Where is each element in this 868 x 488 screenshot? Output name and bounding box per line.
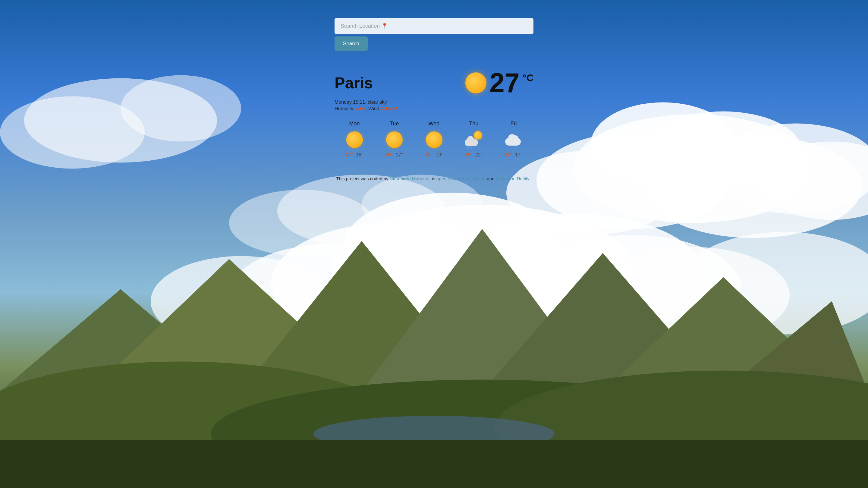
svg-point-33 xyxy=(494,371,868,485)
forecast-high: 31° xyxy=(425,152,433,158)
sun-icon xyxy=(426,131,442,148)
svg-point-6 xyxy=(711,124,868,214)
footer-text-end: . xyxy=(531,176,532,181)
forecast-temps: 27° 16° xyxy=(346,152,363,158)
footer: This project was coded by Ntombizile Mab… xyxy=(335,176,533,181)
forecast-day-fri: Fri 27° 17° xyxy=(494,121,533,158)
svg-marker-25 xyxy=(90,259,374,392)
forecast-day-name: Fri xyxy=(510,121,517,127)
svg-point-3 xyxy=(645,135,862,238)
svg-point-31 xyxy=(0,362,392,482)
forecast-temps: 31° 19° xyxy=(425,152,443,158)
forecast-icon xyxy=(465,130,483,149)
temperature-display: 27 °C xyxy=(465,69,533,96)
forecast-low: 17° xyxy=(396,152,403,158)
forecast-icon xyxy=(345,130,364,149)
footer-author-link[interactable]: Ntombizile Mabuso xyxy=(390,176,428,181)
divider-top xyxy=(335,60,533,60)
wind-value: 3.6km/h xyxy=(382,106,400,111)
svg-point-5 xyxy=(645,112,802,190)
svg-point-2 xyxy=(536,133,730,229)
temperature-unit: °C xyxy=(523,72,533,84)
current-weather-icon xyxy=(465,72,487,93)
search-input[interactable] xyxy=(335,18,533,34)
forecast-high: 27° xyxy=(505,152,512,158)
svg-point-21 xyxy=(597,247,789,344)
footer-text-before: This project was coded by xyxy=(336,176,390,181)
svg-marker-28 xyxy=(482,253,723,392)
svg-marker-26 xyxy=(241,241,482,392)
svg-point-20 xyxy=(229,244,434,347)
forecast-icon xyxy=(385,130,403,149)
forecast-low: 16° xyxy=(356,152,363,158)
forecast-day-name: Tue xyxy=(390,121,399,127)
weather-details: Monday 15:11, clear sky Humidity: 46%, W… xyxy=(335,99,533,112)
svg-point-23 xyxy=(681,232,868,335)
svg-point-15 xyxy=(332,205,633,338)
date-time: Monday 15:11, clear sky xyxy=(335,99,533,105)
svg-point-34 xyxy=(313,416,555,452)
forecast-day-name: Thu xyxy=(469,121,478,127)
temperature-value: 27 xyxy=(490,69,520,96)
forecast-day-thu: Thu 29° 22° xyxy=(454,121,494,158)
svg-point-4 xyxy=(591,102,735,187)
forecast-day-name: Mon xyxy=(349,121,360,127)
humidity-label: Humidity: xyxy=(335,106,356,111)
svg-point-19 xyxy=(524,235,741,344)
forecast-icon xyxy=(425,130,443,149)
weather-main: Paris 27 °C xyxy=(335,69,533,96)
svg-marker-29 xyxy=(603,277,844,392)
forecast-day-wed: Wed 31° 19° xyxy=(414,121,454,158)
forecast-temps: 27° 17° xyxy=(505,152,522,158)
search-button[interactable]: Search xyxy=(335,36,368,51)
footer-netlify-link[interactable]: hosted on Netlify xyxy=(496,176,530,181)
weather-card: Paris 27 °C Monday 15:11, clear sky Humi… xyxy=(335,66,533,161)
svg-point-18 xyxy=(344,193,561,301)
svg-point-16 xyxy=(271,223,513,344)
forecast-day-mon: Mon 27° 16° xyxy=(335,121,374,158)
footer-text-and: and xyxy=(487,176,496,181)
forecast-day-name: Wed xyxy=(429,121,440,127)
svg-marker-27 xyxy=(362,229,603,392)
cloudy-icon xyxy=(504,130,523,149)
svg-point-13 xyxy=(229,190,374,256)
svg-point-17 xyxy=(440,214,705,341)
svg-marker-30 xyxy=(723,301,868,392)
forecast-low: 22° xyxy=(475,152,483,158)
svg-point-32 xyxy=(211,380,753,488)
forecast-high: 29° xyxy=(465,152,472,158)
search-section: Search xyxy=(335,18,533,51)
forecast-high: 29° xyxy=(385,152,393,158)
footer-text-middle: , is xyxy=(430,176,436,181)
wind-label: , Wind: xyxy=(366,106,382,111)
humidity-value: 46% xyxy=(356,106,366,111)
svg-point-22 xyxy=(151,256,332,347)
svg-marker-24 xyxy=(0,289,241,392)
forecast-low: 19° xyxy=(435,152,443,158)
footer-github-link[interactable]: open-sourced on GitHub xyxy=(436,176,486,181)
svg-point-11 xyxy=(121,75,241,142)
partly-rainy-icon xyxy=(465,130,483,149)
humidity-wind: Humidity: 46%, Wind: 3.6km/h xyxy=(335,106,533,112)
forecast-high: 27° xyxy=(346,152,353,158)
forecast-grid: Mon 27° 16° Tue 29° 17° Wed 31° 19° Thu xyxy=(335,121,533,158)
svg-point-7 xyxy=(760,142,868,220)
sun-icon xyxy=(346,131,363,148)
city-name: Paris xyxy=(335,74,373,92)
svg-rect-35 xyxy=(0,440,868,488)
sun-icon xyxy=(386,131,403,148)
forecast-temps: 29° 17° xyxy=(385,152,403,158)
forecast-low: 17° xyxy=(515,152,522,158)
forecast-icon xyxy=(504,130,523,149)
svg-point-1 xyxy=(572,115,814,223)
svg-point-9 xyxy=(24,79,217,163)
forecast-day-tue: Tue 29° 17° xyxy=(374,121,414,158)
svg-point-10 xyxy=(0,96,145,169)
forecast-temps: 29° 22° xyxy=(465,152,483,158)
